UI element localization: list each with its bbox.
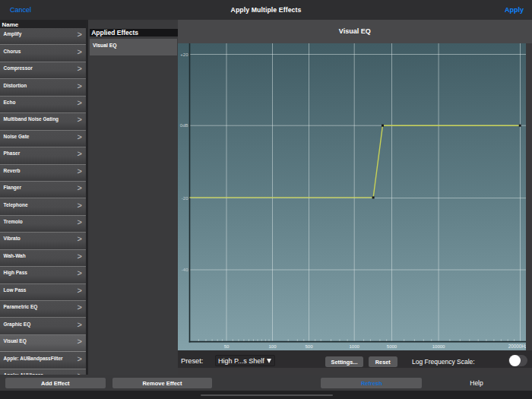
svg-text:-40: -40 [181,268,188,272]
svg-text:1000: 1000 [349,344,359,349]
svg-text:-20: -20 [181,196,188,201]
svg-text:0dB: 0dB [179,123,188,128]
svg-text:100: 100 [268,344,277,349]
svg-text:5000: 5000 [386,344,397,349]
svg-text:+20: +20 [180,52,188,57]
svg-text:20000Hz: 20000Hz [508,344,526,349]
svg-text:500: 500 [305,344,313,349]
svg-text:50: 50 [223,344,229,349]
svg-text:10000: 10000 [432,344,445,349]
